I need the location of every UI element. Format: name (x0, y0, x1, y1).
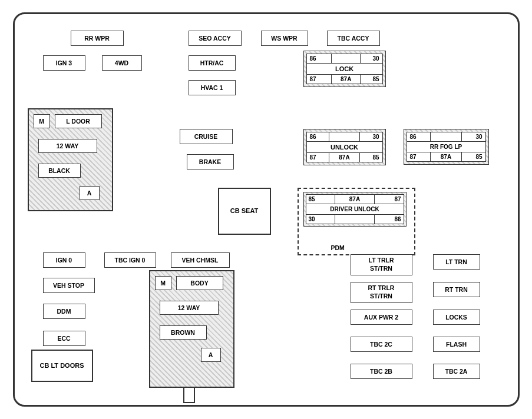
lock-relay-87a: 87A (332, 75, 361, 84)
driver-unlock-label: DRIVER UNLOCK (306, 204, 404, 215)
flash-fuse: FLASH (433, 337, 480, 352)
four-wd-fuse: 4WD (102, 55, 142, 71)
driver-unlock-85: 85 (306, 195, 335, 204)
driver-unlock-87a: 87A (335, 195, 374, 204)
unlock-relay-label: UNLOCK (306, 142, 382, 153)
left-door-a: A (80, 186, 100, 200)
htr-ac-fuse: HTR/AC (189, 55, 236, 71)
body-label: BODY (176, 276, 223, 290)
brake-fuse: BRAKE (187, 154, 234, 169)
left-door-12way: 12 WAY (38, 139, 97, 153)
locks-fuse: LOCKS (433, 310, 480, 325)
cb-lt-doors: CB LT DOORS (31, 350, 93, 382)
body-12way: 12 WAY (160, 301, 219, 315)
rr-wpr-fuse: RR WPR (71, 31, 124, 46)
left-door-label: L DOOR (55, 114, 102, 128)
lock-relay-30: 30 (361, 54, 382, 64)
left-door-black: BLACK (38, 164, 81, 178)
rr-fog-lp-30: 30 (462, 132, 485, 142)
lock-relay-85: 85 (361, 75, 382, 84)
driver-unlock-30: 30 (306, 215, 335, 224)
body-m: M (155, 276, 171, 290)
lock-relay-label: LOCK (306, 64, 382, 75)
left-door-m: M (34, 114, 50, 128)
body-group: M BODY 12 WAY BROWN A (149, 270, 234, 388)
seo-accy-fuse: SEO ACCY (189, 31, 242, 46)
tbc-2b-fuse: TBC 2B (351, 364, 412, 379)
diagram-container: RR WPR SEO ACCY WS WPR TBC ACCY IGN 3 4W… (13, 12, 520, 407)
ign0-fuse: IGN 0 (43, 252, 85, 268)
unlock-relay-86: 86 (306, 132, 329, 142)
veh-stop-fuse: VEH STOP (43, 278, 95, 293)
tbc-2c-fuse: TBC 2C (351, 337, 412, 352)
rr-fog-lp-86: 86 (407, 132, 430, 142)
tbc-accy-fuse: TBC ACCY (327, 31, 380, 46)
tbc-ign0-fuse: TBC IGN 0 (104, 252, 156, 268)
ign3-fuse: IGN 3 (43, 55, 85, 71)
lock-relay-87: 87 (306, 75, 332, 84)
body-brown: BROWN (160, 325, 207, 340)
rt-trn-fuse: RT TRN (433, 282, 480, 297)
lock-relay-86: 86 (306, 54, 332, 64)
cb-seat: CB SEAT (218, 188, 271, 235)
rr-fog-lp-85: 85 (462, 152, 485, 162)
hvac1-fuse: HVAC 1 (189, 80, 236, 95)
ddm-fuse: DDM (43, 304, 85, 319)
lt-trn-fuse: LT TRN (433, 254, 480, 270)
rr-fog-lp-87a: 87A (430, 152, 461, 162)
lt-trlr-fuse: LT TRLR ST/TRN (351, 254, 412, 275)
unlock-relay-87: 87 (306, 153, 329, 162)
pdm-label: PDM (331, 244, 345, 251)
driver-unlock-86: 86 (375, 215, 404, 224)
pdm-box: 85 87A 87 DRIVER UNLOCK 30 86 PDM (298, 188, 415, 255)
tbc-2a-fuse: TBC 2A (433, 364, 480, 379)
left-door-group: M L DOOR 12 WAY BLACK A (28, 108, 113, 211)
unlock-relay-30: 30 (359, 132, 382, 142)
ecc-fuse: ECC (43, 331, 85, 346)
veh-chmsl-fuse: VEH CHMSL (171, 252, 230, 268)
rr-fog-lp-87: 87 (407, 152, 430, 162)
rt-trlr-fuse: RT TRLR ST/TRN (351, 282, 412, 303)
driver-unlock-87: 87 (375, 195, 404, 204)
rr-fog-lp-label: RR FOG LP (407, 142, 485, 152)
unlock-relay-85: 85 (359, 153, 382, 162)
aux-pwr2-fuse: AUX PWR 2 (351, 310, 412, 325)
unlock-relay-87a: 87A (329, 153, 359, 162)
body-a: A (201, 348, 221, 362)
cruise-fuse: CRUISE (180, 129, 233, 144)
ws-wpr-fuse: WS WPR (261, 31, 308, 46)
